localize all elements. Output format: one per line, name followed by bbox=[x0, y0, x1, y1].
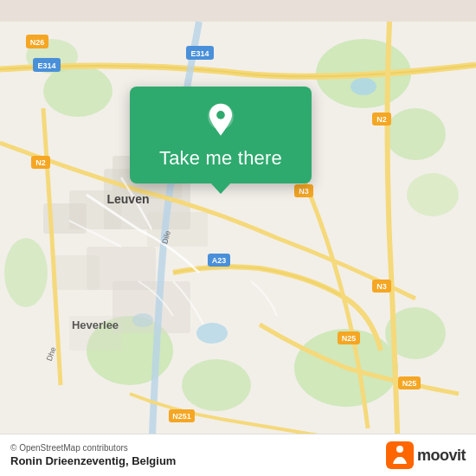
moovit-icon bbox=[386, 441, 414, 469]
take-me-there-label: Take me there bbox=[159, 147, 282, 170]
osm-credit: © OpenStreetMap contributors bbox=[10, 443, 176, 453]
svg-text:N2: N2 bbox=[376, 115, 387, 124]
svg-point-52 bbox=[216, 111, 225, 119]
svg-rect-53 bbox=[386, 441, 414, 469]
map-svg: E314 E314 N2 N2 N26 A23 N3 N3 N25 N25 N2… bbox=[0, 0, 476, 476]
svg-rect-18 bbox=[147, 212, 208, 247]
svg-point-3 bbox=[407, 173, 459, 216]
bottom-left-info: © OpenStreetMap contributors Ronin Driee… bbox=[10, 443, 176, 467]
map-container: E314 E314 N2 N2 N26 A23 N3 N3 N25 N25 N2… bbox=[0, 0, 476, 476]
svg-text:Leuven: Leuven bbox=[106, 192, 149, 206]
svg-text:N2: N2 bbox=[35, 158, 46, 167]
bottom-bar: © OpenStreetMap contributors Ronin Driee… bbox=[0, 434, 476, 476]
svg-text:E314: E314 bbox=[37, 61, 55, 70]
svg-text:N25: N25 bbox=[342, 334, 357, 343]
svg-text:Heverlee: Heverlee bbox=[72, 318, 119, 331]
svg-point-11 bbox=[351, 78, 376, 95]
svg-rect-21 bbox=[113, 281, 190, 333]
moovit-logo: moovit bbox=[386, 441, 466, 469]
take-me-there-card[interactable]: Take me there bbox=[130, 87, 312, 183]
svg-text:N251: N251 bbox=[172, 412, 191, 421]
location-pin-icon bbox=[203, 102, 239, 138]
svg-rect-55 bbox=[397, 457, 400, 464]
place-name: Ronin Drieenzeventig, Belgium bbox=[10, 454, 176, 467]
svg-point-10 bbox=[4, 238, 48, 307]
svg-text:E314: E314 bbox=[190, 49, 209, 58]
svg-point-12 bbox=[196, 323, 228, 344]
moovit-text: moovit bbox=[417, 447, 466, 465]
svg-text:A23: A23 bbox=[212, 256, 227, 265]
svg-text:N26: N26 bbox=[30, 38, 45, 47]
svg-text:N3: N3 bbox=[376, 282, 387, 291]
svg-point-7 bbox=[182, 359, 251, 411]
svg-text:N25: N25 bbox=[402, 379, 417, 388]
svg-rect-56 bbox=[400, 457, 402, 464]
svg-point-2 bbox=[385, 108, 446, 160]
svg-rect-20 bbox=[52, 255, 100, 290]
svg-point-54 bbox=[396, 446, 403, 453]
svg-text:N3: N3 bbox=[299, 187, 309, 196]
